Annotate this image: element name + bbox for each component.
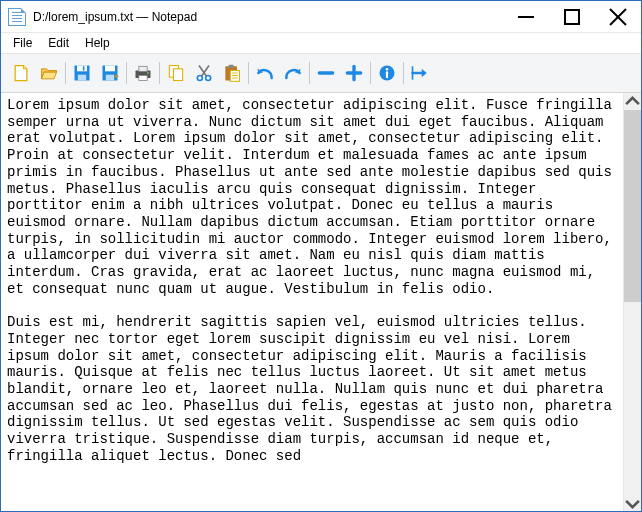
copy-icon xyxy=(166,63,186,83)
menu-file[interactable]: File xyxy=(5,35,40,51)
svg-rect-9 xyxy=(105,66,115,72)
close-button[interactable] xyxy=(595,2,641,32)
svg-rect-20 xyxy=(229,65,234,68)
vertical-scrollbar[interactable] xyxy=(623,93,641,511)
open-file-button[interactable] xyxy=(35,59,63,87)
menubar: File Edit Help xyxy=(1,33,641,53)
copy-button[interactable] xyxy=(162,59,190,87)
toolbar-separator xyxy=(159,62,160,84)
info-icon xyxy=(377,63,397,83)
minimize-button[interactable] xyxy=(503,2,549,32)
toolbar-separator xyxy=(65,62,66,84)
paste-icon xyxy=(222,63,242,83)
toolbar-separator xyxy=(309,62,310,84)
content-area: Lorem ipsum dolor sit amet, consectetur … xyxy=(1,93,641,511)
svg-rect-1 xyxy=(565,10,579,24)
cut-button[interactable] xyxy=(190,59,218,87)
svg-rect-6 xyxy=(78,75,86,81)
menu-help[interactable]: Help xyxy=(77,35,118,51)
svg-rect-12 xyxy=(139,66,147,71)
svg-rect-16 xyxy=(174,69,183,81)
undo-button[interactable] xyxy=(251,59,279,87)
new-file-button[interactable] xyxy=(7,59,35,87)
window-title: D:/lorem_ipsum.txt — Notepad xyxy=(33,10,503,24)
print-button[interactable] xyxy=(129,59,157,87)
toolbar-separator xyxy=(403,62,404,84)
scroll-track[interactable] xyxy=(624,110,641,494)
maximize-button[interactable] xyxy=(549,2,595,32)
svg-rect-30 xyxy=(386,71,388,78)
titlebar[interactable]: D:/lorem_ipsum.txt — Notepad xyxy=(1,1,641,33)
toolbar-separator xyxy=(370,62,371,84)
save-icon xyxy=(72,63,92,83)
zoom-in-icon xyxy=(344,63,364,83)
scroll-thumb[interactable] xyxy=(624,110,641,302)
text-editor[interactable]: Lorem ipsum dolor sit amet, consectetur … xyxy=(1,93,623,511)
svg-point-14 xyxy=(147,72,149,74)
toolbar xyxy=(1,53,641,93)
app-window: D:/lorem_ipsum.txt — Notepad File Edit H… xyxy=(0,0,642,512)
svg-rect-7 xyxy=(83,66,85,70)
svg-point-29 xyxy=(386,68,389,71)
zoom-out-button[interactable] xyxy=(312,59,340,87)
save-button[interactable] xyxy=(68,59,96,87)
save-as-icon xyxy=(100,63,120,83)
redo-icon xyxy=(283,63,303,83)
redo-button[interactable] xyxy=(279,59,307,87)
undo-icon xyxy=(255,63,275,83)
exit-icon xyxy=(410,63,430,83)
open-file-icon xyxy=(39,63,59,83)
toolbar-separator xyxy=(248,62,249,84)
app-icon xyxy=(8,8,26,26)
print-icon xyxy=(133,63,153,83)
svg-rect-5 xyxy=(77,66,87,72)
save-as-button[interactable] xyxy=(96,59,124,87)
svg-rect-13 xyxy=(139,76,147,81)
menu-edit[interactable]: Edit xyxy=(40,35,77,51)
svg-rect-10 xyxy=(106,75,114,81)
chevron-down-icon xyxy=(624,493,641,513)
paste-button[interactable] xyxy=(218,59,246,87)
scroll-up-button[interactable] xyxy=(624,93,641,110)
cut-icon xyxy=(194,63,214,83)
exit-button[interactable] xyxy=(406,59,434,87)
info-button[interactable] xyxy=(373,59,401,87)
chevron-up-icon xyxy=(624,92,641,112)
scroll-down-button[interactable] xyxy=(624,494,641,511)
zoom-out-icon xyxy=(316,63,336,83)
zoom-in-button[interactable] xyxy=(340,59,368,87)
toolbar-separator xyxy=(126,62,127,84)
svg-rect-21 xyxy=(230,71,239,82)
new-file-icon xyxy=(11,63,31,83)
